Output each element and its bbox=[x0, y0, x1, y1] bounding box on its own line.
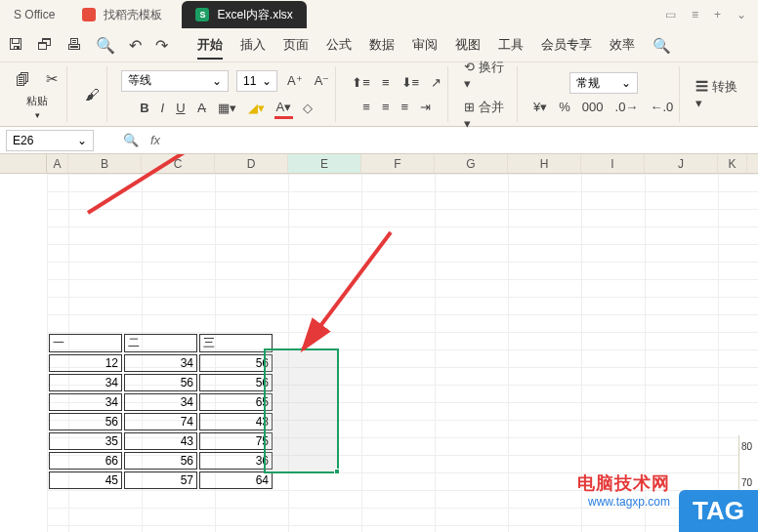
col-header-G[interactable]: G bbox=[435, 154, 508, 173]
font-name-select[interactable]: 等线⌄ bbox=[121, 70, 229, 92]
search-icon[interactable]: 🔍 bbox=[653, 37, 671, 55]
col-header-J[interactable]: J bbox=[645, 154, 718, 173]
currency-icon[interactable]: ¥▾ bbox=[531, 98, 549, 116]
copy-icon[interactable]: 🗐 bbox=[12, 68, 33, 90]
orientation-icon[interactable]: ↗ bbox=[429, 73, 443, 92]
template-label: 找稻壳模板 bbox=[104, 7, 162, 23]
col-header-C[interactable]: C bbox=[142, 154, 215, 173]
border-icon[interactable]: ▦▾ bbox=[216, 99, 238, 117]
menu-tab-efficiency[interactable]: 效率 bbox=[610, 32, 635, 60]
menu-tab-view[interactable]: 视图 bbox=[455, 32, 481, 60]
print-icon[interactable]: 🖶 bbox=[66, 36, 82, 55]
font-size-select[interactable]: 11⌄ bbox=[236, 70, 277, 92]
clear-format-icon[interactable]: ◇ bbox=[301, 99, 315, 117]
select-all-corner[interactable] bbox=[0, 154, 47, 173]
format-painter-icon[interactable]: 🖌 bbox=[81, 84, 103, 105]
table-header[interactable]: 二 bbox=[124, 334, 197, 352]
menu-bar: 🖫 🗗 🖶 🔍 ↶ ↷ 开始 插入 页面 公式 数据 审阅 视图 工具 会员专享… bbox=[0, 29, 758, 62]
menu-tab-formula[interactable]: 公式 bbox=[326, 32, 352, 60]
increase-font-icon[interactable]: A⁺ bbox=[285, 71, 305, 90]
align-bottom-icon[interactable]: ⬇≡ bbox=[400, 73, 422, 92]
decimal-inc-icon[interactable]: .0→ bbox=[613, 98, 641, 116]
table-row: 665636 bbox=[49, 452, 273, 470]
list-icon[interactable]: ≡ bbox=[692, 8, 698, 21]
chevron-down-icon[interactable]: ⌄ bbox=[737, 8, 746, 21]
cancel-fx-icon[interactable]: 🔍 bbox=[123, 133, 139, 147]
col-header-I[interactable]: I bbox=[581, 154, 645, 173]
fx-label[interactable]: fx bbox=[150, 133, 160, 147]
save-icon[interactable]: 🖫 bbox=[8, 36, 23, 55]
table-header[interactable]: 一 bbox=[49, 334, 122, 352]
table-header[interactable]: 三 bbox=[199, 334, 273, 352]
file-label: Excel内容.xlsx bbox=[217, 7, 292, 23]
merge-button[interactable]: ⊞ 合并 ▾ bbox=[462, 97, 513, 133]
window-tabs-bar: S Office 找稻壳模板 S Excel内容.xlsx ▭ ≡ + ⌄ bbox=[0, 0, 758, 29]
strikethrough-icon[interactable]: A̶ bbox=[195, 99, 208, 117]
align-left-icon[interactable]: ≡ bbox=[360, 98, 372, 116]
col-header-K[interactable]: K bbox=[718, 154, 747, 173]
menu-tabs: 开始 插入 页面 公式 数据 审阅 视图 工具 会员专享 效率 bbox=[197, 32, 635, 60]
decimal-dec-icon[interactable]: ←.0 bbox=[648, 98, 675, 116]
print-preview-icon[interactable]: 🗗 bbox=[37, 36, 53, 55]
formula-bar: E26 ⌄ 🔍 fx bbox=[0, 127, 758, 154]
col-header-D[interactable]: D bbox=[215, 154, 288, 173]
col-header-A[interactable]: A bbox=[47, 154, 68, 173]
convert-button[interactable]: ☰ 转换 ▾ bbox=[694, 76, 746, 112]
name-box-value: E26 bbox=[13, 134, 33, 147]
paste-button[interactable]: 粘贴 ▾ bbox=[26, 94, 48, 120]
menu-tab-data[interactable]: 数据 bbox=[369, 32, 395, 60]
table-row: 123456 bbox=[49, 354, 273, 372]
watermark-title: 电脑技术网 bbox=[577, 471, 670, 495]
font-name-value: 等线 bbox=[128, 72, 151, 89]
align-center-icon[interactable]: ≡ bbox=[380, 98, 392, 116]
spreadsheet-grid[interactable]: A B C D E F G H I J K 一 二 三 123456 34565… bbox=[0, 154, 758, 532]
menu-tab-vip[interactable]: 会员专享 bbox=[541, 32, 592, 60]
add-tab-icon[interactable]: + bbox=[714, 8, 721, 21]
quick-access-toolbar: 🖫 🗗 🖶 🔍 ↶ ↷ bbox=[8, 36, 168, 55]
align-top-icon[interactable]: ⬆≡ bbox=[350, 73, 372, 92]
align-middle-icon[interactable]: ≡ bbox=[380, 73, 392, 92]
grid-body[interactable]: 一 二 三 123456 345656 343465 567443 354375… bbox=[0, 174, 758, 532]
tab-office[interactable]: S Office bbox=[0, 1, 68, 28]
tab-file-active[interactable]: S Excel内容.xlsx bbox=[182, 1, 306, 28]
table-row: 455764 bbox=[49, 471, 273, 489]
wrap-merge-group: ⟲ 换行 ▾ ⊞ 合并 ▾ bbox=[458, 66, 518, 122]
window-box-icon[interactable]: ▭ bbox=[665, 8, 676, 21]
menu-tab-insert[interactable]: 插入 bbox=[240, 32, 266, 60]
number-format-select[interactable]: 常规⌄ bbox=[569, 72, 638, 94]
decrease-font-icon[interactable]: A⁻ bbox=[313, 71, 332, 90]
indent-icon[interactable]: ⇥ bbox=[418, 98, 433, 116]
cut-icon[interactable]: ✂ bbox=[41, 68, 63, 90]
undo-icon[interactable]: ↶ bbox=[129, 36, 142, 55]
percent-icon[interactable]: % bbox=[557, 98, 572, 116]
data-table: 一 二 三 123456 345656 343465 567443 354375… bbox=[47, 332, 274, 491]
underline-icon[interactable]: U bbox=[174, 99, 187, 117]
name-box[interactable]: E26 ⌄ bbox=[6, 130, 94, 151]
formula-input[interactable] bbox=[160, 130, 758, 151]
tab-template[interactable]: 找稻壳模板 bbox=[68, 1, 176, 28]
comma-icon[interactable]: 000 bbox=[580, 98, 606, 116]
col-header-H[interactable]: H bbox=[508, 154, 581, 173]
watermark-url: www.tagxp.com bbox=[577, 495, 670, 509]
align-right-icon[interactable]: ≡ bbox=[400, 98, 411, 116]
col-header-B[interactable]: B bbox=[68, 154, 142, 173]
chevron-down-icon[interactable]: ⌄ bbox=[77, 134, 87, 147]
font-color-icon[interactable]: A▾ bbox=[274, 98, 294, 119]
align-group: ⬆≡ ≡ ⬇≡ ↗ ≡ ≡ ≡ ⇥ bbox=[346, 66, 448, 122]
bold-icon[interactable]: B bbox=[138, 99, 150, 117]
menu-tab-page[interactable]: 页面 bbox=[283, 32, 309, 60]
table-row: 354375 bbox=[49, 432, 273, 450]
italic-icon[interactable]: I bbox=[159, 99, 167, 117]
table-row: 343465 bbox=[49, 393, 273, 411]
col-header-E[interactable]: E bbox=[288, 154, 361, 173]
menu-tab-tools[interactable]: 工具 bbox=[498, 32, 524, 60]
col-header-F[interactable]: F bbox=[361, 154, 435, 173]
menu-tab-review[interactable]: 审阅 bbox=[412, 32, 438, 60]
redo-icon[interactable]: ↷ bbox=[155, 36, 168, 55]
fill-color-icon[interactable]: ◢▾ bbox=[246, 99, 267, 117]
menu-tab-start[interactable]: 开始 bbox=[197, 32, 223, 60]
table-row: 567443 bbox=[49, 413, 273, 430]
font-size-value: 11 bbox=[243, 74, 256, 88]
wrap-button[interactable]: ⟲ 换行 ▾ bbox=[462, 57, 513, 93]
preview-icon[interactable]: 🔍 bbox=[96, 36, 115, 55]
